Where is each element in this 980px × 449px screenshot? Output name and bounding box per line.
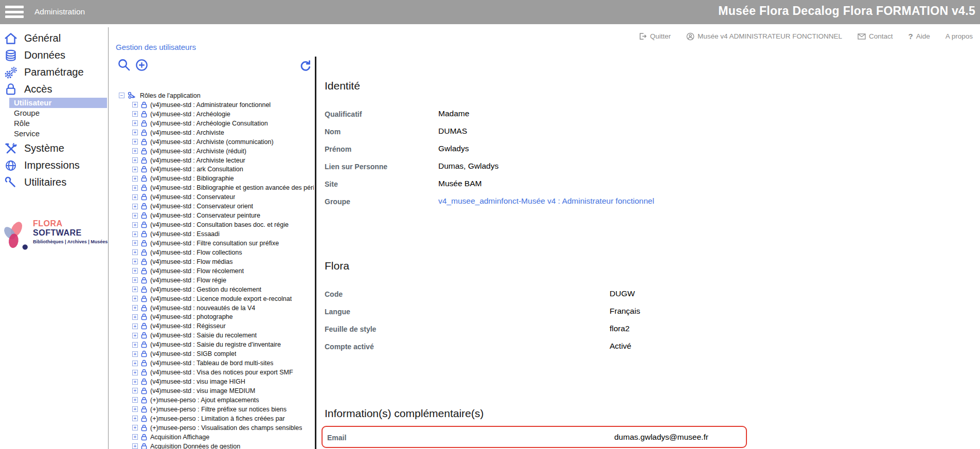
expand-icon[interactable] [132,342,138,348]
refresh-icon[interactable] [298,60,312,75]
tree-row[interactable]: (+)musee-perso : Visualisation des champ… [119,423,314,433]
expand-icon[interactable] [132,425,138,430]
tree-row[interactable]: (v4)musee-std : Tableau de bord multi-si… [119,358,314,368]
tree-row[interactable]: (v4)musee-std : Administrateur fonctionn… [119,100,314,110]
tree-row[interactable]: (v4)musee-std : visu image HIGH [119,377,314,386]
user-detail-panel: Identité Qualificatif Madame Nom DUMAS P… [319,24,980,449]
tree-row[interactable]: (v4)musee-std : Saisie du recolement [119,331,314,340]
tree-row[interactable]: (+)musee-perso : Filtre préfixe sur noti… [119,405,314,414]
expand-icon[interactable] [132,268,138,274]
expand-icon[interactable] [132,314,138,320]
expand-icon[interactable] [132,157,138,163]
sidebar-subitem-service[interactable]: Service [0,129,108,139]
tree-row[interactable]: (v4)musee-std : photographe [119,313,314,322]
tree-row[interactable]: (v4)musee-std : Essaadi [119,229,314,239]
panel-divider[interactable] [315,57,316,449]
collapse-icon[interactable] [119,93,124,98]
tree-row[interactable]: (v4)musee-std : Archiviste lecteur [119,156,314,165]
tree-panel-title-link[interactable]: Gestion des utilisateurs [116,43,196,51]
expand-icon[interactable] [132,120,138,126]
add-icon[interactable] [135,58,149,74]
tree-root-row[interactable]: Rôles de l'application [119,91,314,100]
expand-icon[interactable] [132,231,138,237]
expand-icon[interactable] [132,379,138,385]
expand-icon[interactable] [132,102,138,107]
expand-icon[interactable] [132,167,138,172]
expand-icon[interactable] [132,324,138,329]
expand-icon[interactable] [132,139,138,145]
expand-icon[interactable] [132,277,138,283]
expand-icon[interactable] [132,176,138,182]
tree-row[interactable]: (v4)musee-std : ark Consultation [119,165,314,174]
tree-row[interactable]: Acquisition Données de gestion [119,442,314,449]
expand-icon[interactable] [132,406,138,412]
sidebar-item-general[interactable]: Général [0,30,108,47]
expand-icon[interactable] [132,333,138,338]
tree-row[interactable]: (v4)musee-std : Flow collections [119,248,314,257]
sidebar-subitem-groupe[interactable]: Groupe [0,108,108,118]
tree-row[interactable]: (v4)musee-std : SIGB complet [119,349,314,358]
lock-icon [141,397,147,404]
expand-icon[interactable] [132,148,138,154]
sidebar-item-impressions[interactable]: Impressions [0,157,108,174]
expand-icon[interactable] [132,296,138,301]
expand-icon[interactable] [132,204,138,209]
expand-icon[interactable] [132,286,138,292]
database-icon [4,48,18,63]
tree-row[interactable]: (+)musee-perso : Ajout emplacements [119,396,314,405]
tree-row[interactable]: (v4)musee-std : Bibliographie [119,174,314,183]
tree-row[interactable]: (v4)musee-std : Régisseur [119,321,314,331]
expand-icon[interactable] [132,222,138,228]
expand-icon[interactable] [132,416,138,421]
expand-icon[interactable] [132,111,138,117]
sidebar-item-parametrage[interactable]: Paramétrage [0,64,108,81]
expand-icon[interactable] [132,213,138,219]
tree-row[interactable]: (v4)musee-std : Licence module export e-… [119,294,314,303]
sidebar-subitem-utilisateur[interactable]: Utilisateur [9,98,107,108]
tree-row[interactable]: (v4)musee-std : Conservateur [119,192,314,202]
tree-row[interactable]: (v4)musee-std : Consultation bases doc. … [119,220,314,229]
tree-row[interactable]: (v4)musee-std : Archiviste [119,128,314,137]
tree-row[interactable]: (v4)musee-std : Conservateur peinture [119,211,314,220]
expand-icon[interactable] [132,305,138,311]
tree-row-label: (v4)musee-std : Archiviste (réduit) [150,148,246,155]
tree-row[interactable]: (v4)musee-std : Flow régie [119,276,314,285]
sidebar-item-donnees[interactable]: Données [0,47,108,64]
tree-row[interactable]: (v4)musee-std : visu image MEDIUM [119,386,314,396]
expand-icon[interactable] [132,130,138,135]
hamburger-menu-icon[interactable] [5,6,24,21]
tree-row[interactable]: Acquisition Affichage [119,433,314,442]
expand-icon[interactable] [132,388,138,393]
search-icon[interactable] [117,58,131,74]
expand-icon[interactable] [132,397,138,403]
tree-row[interactable]: (v4)musee-std : Archiviste (communicatio… [119,137,314,147]
tree-row[interactable]: (v4)musee-std : Gestion du récolement [119,285,314,294]
tree-row[interactable]: (+)musee-perso : Limitation à fiches cré… [119,414,314,423]
expand-icon[interactable] [132,434,138,440]
tree-row[interactable]: (v4)musee-std : Saisie du registre d'inv… [119,340,314,349]
expand-icon[interactable] [132,370,138,375]
tree-row[interactable]: (v4)musee-std : Flow médias [119,257,314,266]
tree-row[interactable]: (v4)musee-std : Archéologie Consultation [119,119,314,128]
sidebar-item-utilitaires[interactable]: Utilitaires [0,174,108,191]
sidebar-item-systeme[interactable]: Système [0,140,108,157]
sidebar-subitem-role[interactable]: Rôle [0,118,108,129]
expand-icon[interactable] [132,361,138,366]
expand-icon[interactable] [132,443,138,449]
expand-icon[interactable] [132,185,138,191]
expand-icon[interactable] [132,194,138,200]
tree-row[interactable]: (v4)musee-std : Archiviste (réduit) [119,147,314,156]
field-value[interactable]: v4_musee_adminfonct-Musée v4 : Administr… [438,196,654,206]
tree-row[interactable]: (v4)musee-std : Visa des notices pour ex… [119,368,314,377]
expand-icon[interactable] [132,249,138,255]
tree-row[interactable]: (v4)musee-std : Bibliographie et gestion… [119,183,314,192]
tree-row[interactable]: (v4)musee-std : nouveautés de la V4 [119,303,314,313]
sidebar-item-acces[interactable]: Accès [0,81,108,98]
tree-row[interactable]: (v4)musee-std : Filtre consultation sur … [119,239,314,248]
expand-icon[interactable] [132,351,138,357]
expand-icon[interactable] [132,259,138,264]
tree-row[interactable]: (v4)musee-std : Archéologie [119,110,314,119]
expand-icon[interactable] [132,240,138,246]
tree-row[interactable]: (v4)musee-std : Flow récolement [119,266,314,276]
tree-row[interactable]: (v4)musee-std : Conservateur orient [119,202,314,211]
